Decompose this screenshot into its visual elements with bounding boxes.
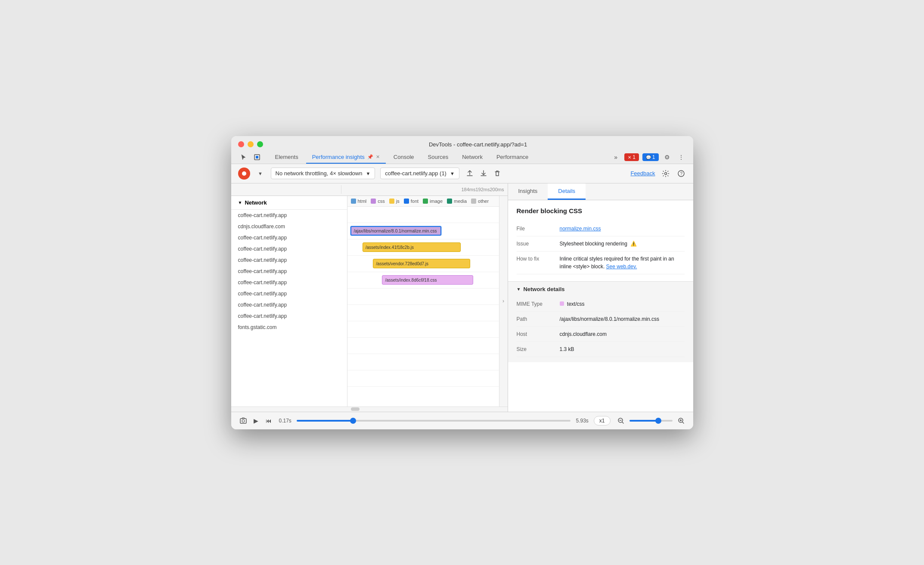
mime-value: text/css — [560, 300, 685, 308]
speed-badge[interactable]: x1 — [594, 416, 611, 425]
error-badge[interactable]: ✕ 1 — [624, 153, 639, 161]
network-details-section: ▼ Network details MIME Type text/css — [508, 281, 693, 362]
tab-close-icon[interactable]: ✕ — [376, 154, 380, 160]
scroll-thumb[interactable] — [351, 407, 360, 411]
svg-rect-5 — [240, 419, 246, 423]
bar-vendor-js[interactable]: /assets/vendor.728ed0d7.js — [373, 259, 470, 268]
cursor-icon[interactable] — [238, 152, 248, 162]
list-item[interactable]: coffee-cart.netlify.app — [231, 277, 347, 288]
host-label: Host — [517, 330, 560, 337]
network-details-collapse-icon: ▼ — [517, 287, 521, 292]
horizontal-scrollbar — [231, 407, 508, 412]
file-link[interactable]: normalize.min.css — [560, 226, 601, 232]
bar-index-css[interactable]: /assets/index.8d6c6f18.css — [382, 275, 473, 285]
timeline-header: 184ms 192ms 200ms — [231, 183, 508, 196]
track-row — [347, 370, 499, 387]
tab-performance-insights[interactable]: Performance insights 📌 ✕ — [306, 151, 386, 164]
list-item[interactable]: fonts.gstatic.com — [231, 322, 347, 333]
list-item[interactable]: coffee-cart.netlify.app — [231, 288, 347, 299]
insight-section: Render blocking CSS File normalize.min.c… — [508, 200, 693, 281]
list-item[interactable]: coffee-cart.netlify.app — [231, 266, 347, 277]
download-icon[interactable] — [478, 168, 489, 179]
tab-elements[interactable]: Elements — [269, 151, 304, 164]
time-end: 5.93s — [576, 418, 588, 424]
pin-icon: 📌 — [367, 154, 373, 160]
bar-index-js[interactable]: /assets/index.41f18c2b.js — [363, 242, 461, 252]
tab-performance[interactable]: Performance — [490, 151, 534, 164]
inspect-icon[interactable] — [252, 152, 262, 162]
expand-panel: › — [499, 196, 508, 407]
delete-icon[interactable] — [492, 168, 502, 179]
maximize-button[interactable] — [257, 141, 263, 147]
size-value: 1.3 kB — [560, 345, 685, 353]
minimize-button[interactable] — [248, 141, 254, 147]
bar-normalize-css[interactable]: /ajax/libs/normalize/8.0.1/normalize.min… — [350, 226, 441, 236]
legend-image: image — [423, 199, 443, 204]
list-item[interactable]: coffee-cart.netlify.app — [231, 232, 347, 243]
tab-sources[interactable]: Sources — [422, 151, 455, 164]
right-panel: Insights Details Render blocking CSS Fil… — [508, 183, 693, 412]
mime-label: MIME Type — [517, 300, 560, 307]
tabs-right: » ✕ 1 💬 1 ⚙ ⋮ — [611, 152, 686, 162]
panel-tabs: Insights Details — [508, 183, 693, 200]
close-button[interactable] — [238, 141, 244, 147]
track-row — [347, 321, 499, 338]
more-options-icon[interactable]: ⋮ — [676, 152, 686, 162]
list-item[interactable]: coffee-cart.netlify.app — [231, 255, 347, 266]
see-link[interactable]: See web.dev. — [606, 264, 637, 270]
message-badge[interactable]: 💬 1 — [642, 153, 659, 161]
host-value: cdnjs.cloudflare.com — [560, 330, 685, 338]
settings-icon[interactable]: ⚙ — [662, 152, 673, 162]
zoom-controls — [616, 416, 686, 426]
track-row — [347, 289, 499, 305]
timeline-scrubber[interactable] — [297, 420, 571, 422]
list-item[interactable]: coffee-cart.netlify.app — [231, 310, 347, 322]
tab-console[interactable]: Console — [388, 151, 420, 164]
ruler-tick-3: 200ms — [490, 187, 504, 192]
record-button[interactable] — [238, 168, 250, 180]
gear-icon[interactable] — [660, 168, 671, 179]
tab-network[interactable]: Network — [456, 151, 489, 164]
skip-to-start-icon[interactable]: ⏮ — [264, 416, 274, 426]
upload-icon[interactable] — [465, 168, 475, 179]
network-sidebar: ▼ Network coffee-cart.netlify.app cdnjs.… — [231, 196, 347, 407]
track-row: /assets/vendor.728ed0d7.js — [347, 256, 499, 272]
legend-media: media — [447, 199, 467, 204]
list-item[interactable]: coffee-cart.netlify.app — [231, 299, 347, 310]
page-dropdown[interactable]: coffee-cart.netlify.app (1) ▼ — [380, 168, 459, 179]
expand-icon[interactable]: › — [502, 298, 504, 304]
zoom-slider[interactable] — [629, 420, 673, 422]
timeline-slider-wrapper — [297, 420, 571, 422]
legend-font: font — [404, 199, 419, 204]
tabs-row: Elements Performance insights 📌 ✕ Consol… — [238, 151, 686, 164]
list-item[interactable]: coffee-cart.netlify.app — [231, 210, 347, 221]
zoom-in-icon[interactable] — [676, 416, 686, 426]
titlebar: DevTools - coffee-cart.netlify.app/?ad=1 — [231, 136, 693, 164]
screenshot-icon[interactable] — [238, 416, 248, 426]
help-icon[interactable]: ? — [676, 168, 686, 179]
tab-insights[interactable]: Insights — [508, 183, 548, 200]
network-details-header[interactable]: ▼ Network details — [508, 282, 693, 297]
throttling-dropdown[interactable]: No network throttling, 4× slowdown ▼ — [271, 168, 375, 179]
track-row — [347, 338, 499, 354]
devtools-window: DevTools - coffee-cart.netlify.app/?ad=1 — [231, 136, 693, 429]
bottom-bar: ▶ ⏮ 0.17s 5.93s x1 — [231, 412, 693, 429]
record-dropdown-button[interactable]: ▼ — [255, 168, 266, 179]
track-row — [347, 207, 499, 223]
tab-details[interactable]: Details — [548, 183, 586, 200]
more-tabs-button[interactable]: » — [611, 152, 621, 162]
play-button[interactable]: ▶ — [254, 417, 258, 424]
list-item[interactable]: coffee-cart.netlify.app — [231, 243, 347, 255]
legend-js: js — [389, 199, 400, 204]
list-item[interactable]: cdnjs.cloudflare.com — [231, 221, 347, 232]
host-row: Host cdnjs.cloudflare.com — [517, 327, 685, 342]
track-row — [347, 354, 499, 370]
legend-row: html css js font — [347, 196, 499, 207]
feedback-link[interactable]: Feedback — [630, 170, 655, 177]
zoom-out-icon[interactable] — [616, 416, 626, 426]
main-content: 184ms 192ms 200ms ▼ Network coffee-cart.… — [231, 183, 693, 412]
network-section-header: ▼ Network — [231, 196, 347, 210]
how-to-fix-value: Inline critical styles required for the … — [560, 255, 685, 270]
network-collapse-icon[interactable]: ▼ — [238, 200, 242, 205]
window-title: DevTools - coffee-cart.netlify.app/?ad=1 — [270, 141, 686, 148]
